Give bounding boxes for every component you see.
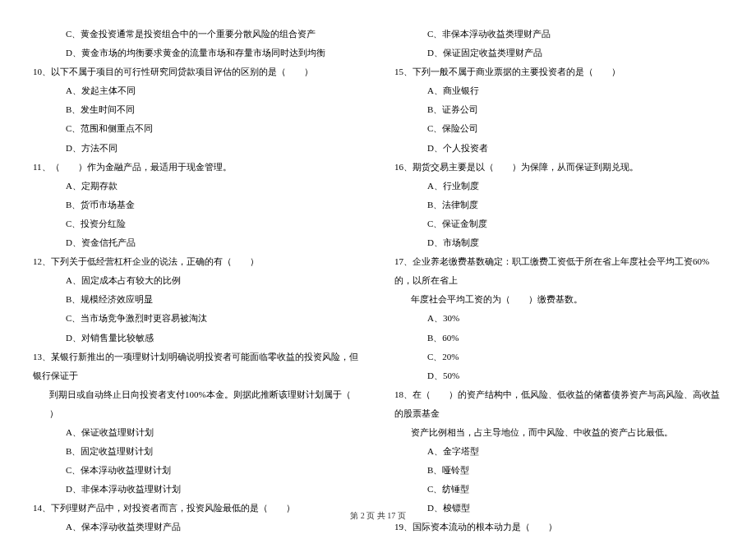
option: D、黄金市场的均衡要求黄金的流量市场和存量市场同时达到均衡 <box>33 44 362 62</box>
left-column: C、黄金投资通常是投资组合中的一个重要分散风险的组合资产 D、黄金市场的均衡要求… <box>33 25 362 534</box>
question-stem-cont: 资产比例相当，占主导地位，而中风险、中收益的资产占比最低。 <box>394 423 723 442</box>
question-stem: 17、企业养老缴费基数确定：职工缴费工资低于所在省上年度社会平均工资60%的，以… <box>394 252 723 290</box>
option: D、市场制度 <box>394 233 723 252</box>
option: B、发生时间不同 <box>33 100 362 119</box>
option: B、60% <box>394 329 723 348</box>
option: A、固定成本占有较大的比例 <box>33 271 362 290</box>
option: A、商业银行 <box>394 81 723 100</box>
option: D、资金信托产品 <box>33 233 362 252</box>
option: C、非保本浮动收益类理财产品 <box>394 25 723 44</box>
option: C、保本浮动收益理财计划 <box>33 461 362 480</box>
option: B、证券公司 <box>394 100 723 119</box>
question-stem-cont: 年度社会平均工资的为（ ）缴费基数。 <box>394 290 723 309</box>
question-stem: 13、某银行新推出的一项理财计划明确说明投资者可能面临零收益的投资风险，但银行保… <box>33 348 362 385</box>
question-stem: 11、（ ）作为金融产品，最适用于现金管理。 <box>33 158 362 177</box>
option: B、货币市场基金 <box>33 196 362 214</box>
option: A、发起主体不同 <box>33 81 362 100</box>
option: C、20% <box>394 348 723 366</box>
question-stem: 10、以下不属于项目的可行性研究同贷款项目评估的区别的是（ ） <box>33 62 362 81</box>
question-stem: 12、下列关于低经营杠杆企业的说法，正确的有（ ） <box>33 252 362 271</box>
question-stem: 16、期货交易主要是以（ ）为保障，从而保证到期兑现。 <box>394 158 723 177</box>
question-stem: 18、在（ ）的资产结构中，低风险、低收益的储蓄债券资产与高风险、高收益的股票基… <box>394 385 723 423</box>
option: C、纺锤型 <box>394 480 723 499</box>
option: D、对销售量比较敏感 <box>33 329 362 348</box>
option: D、方法不同 <box>33 139 362 158</box>
option: C、范围和侧重点不同 <box>33 119 362 138</box>
option: D、个人投资者 <box>394 139 723 158</box>
option: B、法律制度 <box>394 196 723 214</box>
option: B、固定收益理财计划 <box>33 442 362 461</box>
option: C、保证金制度 <box>394 214 723 233</box>
option: C、当市场竞争激烈时更容易被淘汰 <box>33 309 362 328</box>
option: D、非保本浮动收益理财计划 <box>33 480 362 499</box>
option: D、50% <box>394 366 723 385</box>
option: B、哑铃型 <box>394 461 723 480</box>
question-stem-cont: 到期日或自动终止日向投资者支付100%本金。则据此推断该理财计划属于（ ） <box>33 385 362 423</box>
option: C、黄金投资通常是投资组合中的一个重要分散风险的组合资产 <box>33 25 362 44</box>
option: A、定期存款 <box>33 177 362 196</box>
option: B、规模经济效应明显 <box>33 290 362 309</box>
page-footer: 第 2 页 共 17 页 <box>0 507 756 524</box>
option: C、投资分红险 <box>33 214 362 233</box>
right-column: C、非保本浮动收益类理财产品 D、保证固定收益类理财产品 15、下列一般不属于商… <box>394 25 723 534</box>
option: A、行业制度 <box>394 177 723 196</box>
option: A、金字塔型 <box>394 442 723 461</box>
option: D、保证固定收益类理财产品 <box>394 44 723 62</box>
option: C、保险公司 <box>394 119 723 138</box>
option: A、保证收益理财计划 <box>33 423 362 442</box>
option: A、30% <box>394 309 723 328</box>
question-stem: 15、下列一般不属于商业票据的主要投资者的是（ ） <box>394 62 723 81</box>
